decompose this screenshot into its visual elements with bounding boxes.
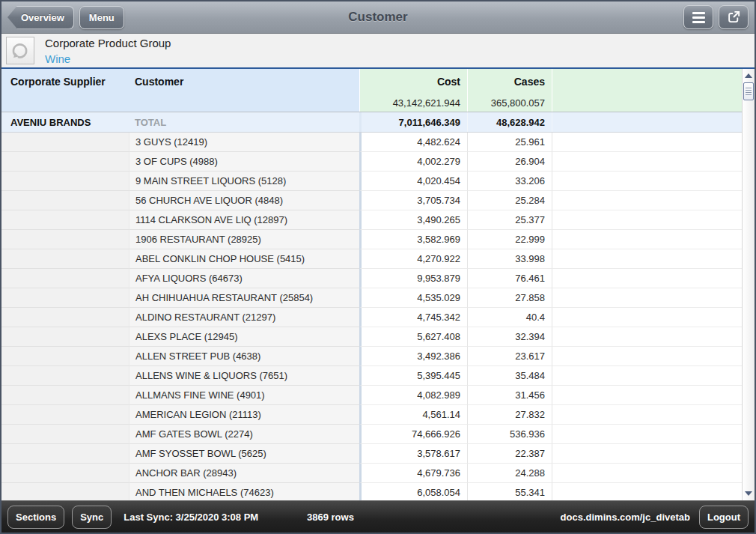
table-row[interactable]: AMERICAN LEGION (21113) 4,561.14 27.832 <box>1 405 742 425</box>
table-row[interactable]: AH CHIHUAHUA RESTAURANT (25854) 4,535.02… <box>1 288 742 308</box>
supplier-cell <box>1 425 129 444</box>
supplier-total-row[interactable]: AVENIU BRANDS TOTAL 7,011,646.349 48,628… <box>1 112 742 133</box>
share-button[interactable] <box>719 5 749 29</box>
table-row[interactable]: AMF SYOSSET BOWL (5625) 3,578.617 22.387 <box>1 444 742 464</box>
table-row[interactable]: ANCHOR BAR (28943) 4,679.736 24.288 <box>1 464 742 483</box>
total-cases: 48,628.942 <box>467 112 552 132</box>
cases-cell: 33.998 <box>467 249 552 269</box>
top-bar: Overview Menu Customer <box>1 1 755 34</box>
cases-cell: 55.341 <box>467 483 552 500</box>
scroll-down-icon <box>745 491 752 496</box>
table-row[interactable]: ABEL CONKLIN CHOP HOUSE (5415) 4,270.922… <box>1 249 742 269</box>
info-bar: Corporate Product Group Wine <box>1 34 755 67</box>
header-cost[interactable]: Cost <box>359 69 467 94</box>
group-label: Corporate Product Group <box>45 35 171 51</box>
grand-total-cost: 43,142,621.944 <box>359 94 467 112</box>
customer-cell: 1114 CLARKSON AVE LIQ (12897) <box>129 210 359 230</box>
customer-cell: AH CHIHUAHUA RESTAURANT (25854) <box>129 288 359 308</box>
table-row[interactable]: 1906 RESTAURANT (28925) 3,582.969 22.999 <box>1 230 742 249</box>
customer-cell: ANCHOR BAR (28943) <box>129 464 359 483</box>
supplier-cell <box>1 210 129 230</box>
filler-cell <box>552 386 742 405</box>
customer-cell: AND THEN MICHAELS (74623) <box>129 483 359 500</box>
scroll-up-button[interactable] <box>743 70 755 81</box>
header-customer[interactable]: Customer <box>129 69 359 94</box>
table-row[interactable]: ALDINO RESTAURANT (21297) 4,745.342 40.4 <box>1 308 742 327</box>
table-row[interactable]: 9 MAIN STREET LIQUORS (5128) 4,020.454 3… <box>1 172 742 191</box>
cost-cell: 3,490.265 <box>359 210 467 230</box>
row-count-label: 3869 rows <box>307 512 354 523</box>
table-row[interactable]: AND THEN MICHAELS (74623) 6,058.054 55.3… <box>1 483 742 500</box>
filler-cell <box>552 210 742 230</box>
table-row[interactable]: ALEXS PLACE (12945) 5,627.408 32.394 <box>1 327 742 347</box>
table-row[interactable]: AFYA LIQUORS (64673) 9,953.879 76.461 <box>1 269 742 288</box>
customer-cell: ALLENS WINE & LIQUORS (7651) <box>129 366 359 386</box>
supplier-cell <box>1 327 129 347</box>
supplier-cell <box>1 152 129 172</box>
supplier-cell <box>1 288 129 308</box>
filler-cell <box>552 172 742 191</box>
customer-cell: 9 MAIN STREET LIQUORS (5128) <box>129 172 359 191</box>
cost-cell: 3,582.969 <box>359 230 467 249</box>
total-label: TOTAL <box>129 112 359 132</box>
selection-link[interactable]: Wine <box>45 51 171 67</box>
table-row[interactable]: AMF GATES BOWL (2274) 74,666.926 536.936 <box>1 425 742 444</box>
share-icon <box>725 9 742 25</box>
table-row[interactable]: 1114 CLARKSON AVE LIQ (12897) 3,490.265 … <box>1 210 742 230</box>
customer-cell: ALEXS PLACE (12945) <box>129 327 359 347</box>
table-row[interactable]: 3 OF CUPS (4988) 4,002.279 26.904 <box>1 152 742 172</box>
filler-cell <box>552 366 742 386</box>
cases-cell: 24.288 <box>467 464 552 483</box>
data-table: Corporate Supplier Customer Cost Cases 4… <box>1 67 755 500</box>
customer-cell: ALLMANS FINE WINE (4901) <box>129 386 359 405</box>
hamburger-icon <box>692 12 705 23</box>
sections-button[interactable]: Sections <box>7 506 64 529</box>
customer-cell: ALLEN STREET PUB (4638) <box>129 347 359 366</box>
refresh-button[interactable] <box>6 37 34 64</box>
table-row[interactable]: ALLEN STREET PUB (4638) 3,492.386 23.617 <box>1 347 742 366</box>
menu-button[interactable]: Menu <box>79 6 124 29</box>
supplier-cell <box>1 249 129 269</box>
sync-button[interactable]: Sync <box>72 506 112 529</box>
cost-cell: 4,561.14 <box>359 405 467 425</box>
supplier-cell <box>1 308 129 327</box>
refresh-icon <box>10 40 31 61</box>
supplier-cell <box>1 405 129 425</box>
supplier-cell <box>1 133 129 152</box>
logout-button[interactable]: Logout <box>699 506 749 529</box>
filler-cell <box>552 327 742 347</box>
cases-cell: 40.4 <box>467 308 552 327</box>
cases-cell: 25.377 <box>467 210 552 230</box>
header-filler <box>552 69 742 94</box>
cost-cell: 4,535.029 <box>359 288 467 308</box>
customer-cell: AMF SYOSSET BOWL (5625) <box>129 444 359 464</box>
filler-cell <box>552 483 742 500</box>
cost-cell: 4,679.736 <box>359 464 467 483</box>
cases-cell: 26.904 <box>467 152 552 172</box>
scrollbar-thumb[interactable] <box>743 82 754 100</box>
cases-cell: 76.461 <box>467 269 552 288</box>
cost-cell: 4,270.922 <box>359 249 467 269</box>
cost-cell: 74,666.926 <box>359 425 467 444</box>
table-row[interactable]: 3 GUYS (12419) 4,482.624 25.961 <box>1 133 742 152</box>
cost-cell: 9,953.879 <box>359 269 467 288</box>
scroll-down-button[interactable] <box>743 488 755 499</box>
supplier-cell <box>1 347 129 366</box>
vertical-scrollbar[interactable] <box>742 69 755 500</box>
supplier-cell <box>1 191 129 210</box>
overview-button[interactable]: Overview <box>7 6 74 29</box>
filler-cell <box>552 230 742 249</box>
header-cases[interactable]: Cases <box>467 69 552 94</box>
filler-cell <box>552 269 742 288</box>
cases-cell: 27.832 <box>467 405 552 425</box>
header-corporate-supplier[interactable]: Corporate Supplier <box>1 69 129 94</box>
table-row[interactable]: ALLMANS FINE WINE (4901) 4,082.989 31.45… <box>1 386 742 405</box>
list-menu-button[interactable] <box>683 5 713 29</box>
table-row[interactable]: 56 CHURCH AVE LIQUOR (4848) 3,705.734 25… <box>1 191 742 210</box>
cost-cell: 5,627.408 <box>359 327 467 347</box>
cost-cell: 4,020.454 <box>359 172 467 191</box>
filler-cell <box>552 191 742 210</box>
filler-cell <box>552 308 742 327</box>
total-cost: 7,011,646.349 <box>359 112 467 132</box>
table-row[interactable]: ALLENS WINE & LIQUORS (7651) 5,395.445 3… <box>1 366 742 386</box>
